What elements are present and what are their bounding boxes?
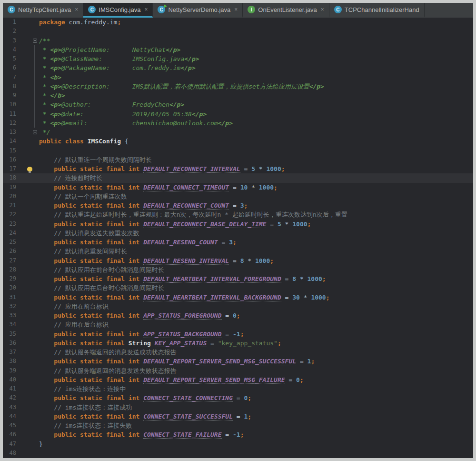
line-number[interactable]: 13	[3, 128, 20, 137]
line-number[interactable]: 8	[3, 82, 20, 91]
line-number[interactable]: 14	[3, 137, 20, 146]
intention-bulb-icon[interactable]	[27, 167, 32, 171]
line-number[interactable]: 38	[3, 357, 20, 366]
code-text[interactable]: * <b>	[39, 73, 473, 82]
line-number[interactable]: 29	[3, 274, 20, 283]
code-text[interactable]: // 默认重连起始延时时长，重连规则：最大n次，每次延时n * 起始延时时长，重…	[39, 210, 473, 219]
line-number[interactable]: 12	[3, 119, 20, 128]
code-text[interactable]: public static final int DEFAULT_REPORT_S…	[39, 375, 473, 384]
line-number[interactable]: 3	[3, 36, 20, 45]
line-number[interactable]: 18	[3, 173, 20, 182]
code-text[interactable]: public static final int DEFAULT_HEARTBEA…	[39, 293, 473, 302]
code-text[interactable]	[39, 27, 473, 36]
line-number[interactable]: 16	[3, 155, 20, 164]
line-number[interactable]: 26	[3, 247, 20, 256]
line-number[interactable]: 9	[3, 91, 20, 100]
code-text[interactable]: * <p>@author: FreddyChen</p>	[39, 100, 473, 109]
code-text[interactable]	[39, 449, 473, 458]
code-text[interactable]: public static final int DEFAULT_RECONNEC…	[39, 220, 473, 229]
code-text[interactable]: /**	[39, 36, 473, 45]
code-text[interactable]: * <p>@PackageName: com.freddy.im</p>	[39, 63, 473, 72]
code-text[interactable]: * <p>@ClassName: IMSConfig.java</p>	[39, 54, 473, 63]
line-number[interactable]: 35	[3, 330, 20, 339]
line-number[interactable]: 47	[3, 440, 20, 449]
code-text[interactable]: // 应用在前台标识	[39, 302, 473, 311]
editor-tab-3[interactable]: CNettyServerDemo.java×	[153, 3, 243, 18]
line-number[interactable]: 22	[3, 210, 20, 219]
code-text[interactable]: // 默认重连一个周期失败间隔时长	[39, 155, 473, 164]
line-number[interactable]: 21	[3, 201, 20, 210]
code-text[interactable]: * <p>@Description: IMS默认配置，若不使用默认配置，应提供s…	[39, 82, 473, 91]
line-number[interactable]: 11	[3, 110, 20, 119]
line-number[interactable]: 2	[3, 27, 20, 36]
line-number[interactable]: 48	[3, 449, 20, 458]
line-number[interactable]: 1	[3, 18, 20, 27]
code-text[interactable]: public static final int DEFAULT_RECONNEC…	[39, 164, 473, 173]
code-text[interactable]: public static final int CONNECT_STATE_SU…	[39, 412, 473, 421]
code-text[interactable]: // 默认消息发送失败重发次数	[39, 229, 473, 238]
line-number[interactable]: 39	[3, 366, 20, 375]
code-text[interactable]: public static final int DEFAULT_RECONNEC…	[39, 201, 473, 210]
code-text[interactable]: // 默认应用在后台时心跳消息间隔时长	[39, 283, 473, 292]
code-text[interactable]: package com.freddy.im;	[39, 18, 473, 27]
tab-close-icon[interactable]: ×	[144, 7, 148, 12]
line-number[interactable]: 4	[3, 45, 20, 54]
editor-tab-2[interactable]: CIMSConfig.java×	[83, 3, 153, 18]
line-number[interactable]: 44	[3, 412, 20, 421]
line-number[interactable]: 27	[3, 256, 20, 265]
line-number[interactable]: 33	[3, 311, 20, 320]
line-number[interactable]: 46	[3, 430, 20, 439]
code-text[interactable]: public static final int DEFAULT_REPORT_S…	[39, 357, 473, 366]
code-text[interactable]: public static final int DEFAULT_CONNECT_…	[39, 183, 473, 192]
code-text[interactable]: public static final int APP_STATUS_FOREG…	[39, 311, 473, 320]
code-text[interactable]: }	[39, 440, 473, 449]
line-number[interactable]: 7	[3, 73, 20, 82]
line-number[interactable]: 17	[3, 164, 20, 173]
line-number[interactable]: 30	[3, 283, 20, 292]
line-number[interactable]: 37	[3, 348, 20, 357]
code-text[interactable]: * </b>	[39, 91, 473, 100]
editor-tab-1[interactable]: CNettyTcpClient.java×	[3, 3, 83, 18]
line-number[interactable]: 40	[3, 375, 20, 384]
code-text[interactable]: public static final String KEY_APP_STATU…	[39, 339, 473, 348]
line-number[interactable]: 28	[3, 265, 20, 274]
code-text[interactable]: public static final int CONNECT_STATE_FA…	[39, 430, 473, 439]
line-number[interactable]: 6	[3, 63, 20, 72]
code-text[interactable]: * <p>@ProjectName: NettyChat</p>	[39, 45, 473, 54]
code-text[interactable]: */	[39, 128, 473, 137]
code-text[interactable]: * <p>@date: 2019/04/05 05:38</p>	[39, 110, 473, 119]
code-text[interactable]: public static final int APP_STATUS_BACKG…	[39, 330, 473, 339]
code-text[interactable]: // 应用在后台标识	[39, 320, 473, 329]
editor-tab-5[interactable]: CTCPChannelInitializerHand	[329, 3, 425, 18]
line-number[interactable]: 15	[3, 146, 20, 155]
line-number[interactable]: 25	[3, 238, 20, 247]
line-number[interactable]: 45	[3, 421, 20, 430]
tab-close-icon[interactable]: ×	[75, 7, 78, 12]
fold-collapse-icon[interactable]	[33, 39, 37, 43]
line-number[interactable]: 41	[3, 384, 20, 393]
code-editor[interactable]: 1package com.freddy.im;23/**4 * <p>@Proj…	[3, 18, 473, 458]
code-text[interactable]	[39, 146, 473, 155]
code-text[interactable]: // ims连接状态：连接失败	[39, 421, 473, 430]
code-text[interactable]: // 默认应用在前台时心跳消息间隔时长	[39, 265, 473, 274]
code-text[interactable]: // 默认服务端返回的消息发送失败状态报告	[39, 366, 473, 375]
line-number[interactable]: 19	[3, 183, 20, 192]
line-number[interactable]: 34	[3, 320, 20, 329]
fold-end-icon[interactable]	[33, 130, 37, 134]
line-number[interactable]: 24	[3, 229, 20, 238]
code-text[interactable]: public static final int DEFAULT_RESEND_C…	[39, 238, 473, 247]
tab-close-icon[interactable]: ×	[321, 7, 324, 12]
code-text[interactable]: // 连接超时时长	[39, 173, 473, 182]
tab-close-icon[interactable]: ×	[234, 7, 238, 12]
code-text[interactable]: // ims连接状态：连接中	[39, 384, 473, 393]
line-number[interactable]: 31	[3, 293, 20, 302]
line-number[interactable]: 36	[3, 339, 20, 348]
line-number[interactable]: 42	[3, 393, 20, 402]
line-number[interactable]: 10	[3, 100, 20, 109]
code-text[interactable]: // 默认服务端返回的消息发送成功状态报告	[39, 348, 473, 357]
code-text[interactable]: // ims连接状态：连接成功	[39, 403, 473, 412]
code-text[interactable]: public static final int DEFAULT_HEARTBEA…	[39, 274, 473, 283]
line-number[interactable]: 20	[3, 192, 20, 201]
code-text[interactable]: public static final int DEFAULT_RESEND_I…	[39, 256, 473, 265]
code-text[interactable]: * <p>@email: chenshichao@outlook.com</p>	[39, 119, 473, 128]
